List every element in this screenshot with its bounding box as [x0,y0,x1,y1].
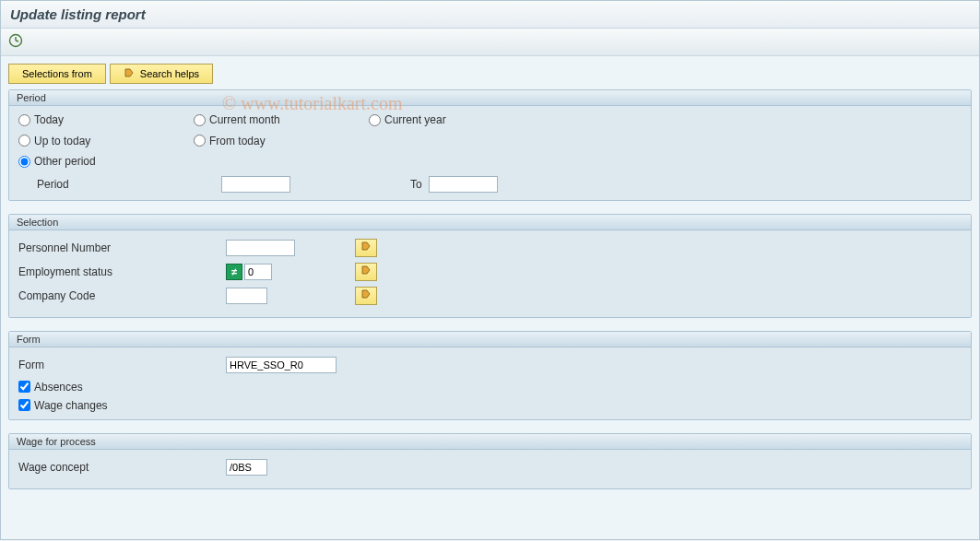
selection-group: Selection Personnel Number [8,214,972,318]
radio-current-month-input[interactable] [194,114,206,126]
selection-group-header: Selection [9,215,971,230]
radio-other-period[interactable]: Other period [18,155,96,168]
form-input[interactable] [226,357,337,373]
personnel-number-multiselect-button[interactable] [355,239,377,257]
svg-line-2 [16,41,18,41]
not-equal-icon[interactable]: ≠ [226,264,242,280]
wage-process-group: Wage for process Wage concept [8,433,972,489]
radio-from-today-input[interactable] [194,135,206,147]
arrow-right-icon [360,265,372,278]
arrow-right-icon [360,241,372,254]
company-code-multiselect-button[interactable] [355,287,377,305]
personnel-number-label: Personnel Number [18,241,226,254]
radio-from-today[interactable]: From today [194,135,266,147]
radio-today-input[interactable] [18,114,30,126]
radio-current-year-label: Current year [384,113,446,126]
radio-today-label: Today [34,113,64,126]
wage-concept-input[interactable] [226,459,267,476]
personnel-number-input[interactable] [226,240,295,256]
radio-today[interactable]: Today [18,113,64,126]
radio-up-to-today-label: Up to today [34,135,90,147]
radio-from-today-label: From today [209,135,266,147]
radio-current-year-input[interactable] [369,114,381,126]
employment-status-multiselect-button[interactable] [355,263,377,281]
radio-up-to-today[interactable]: Up to today [18,135,90,147]
wage-changes-label: Wage changes [34,399,108,412]
selections-from-button[interactable]: Selections from [8,64,106,84]
company-code-input[interactable] [226,288,267,304]
app-window: Update listing report © www.tutorialkart… [0,0,980,540]
page-title: Update listing report [10,6,146,22]
period-group-header: Period [9,90,971,106]
employment-status-input[interactable] [244,264,272,280]
period-from-input[interactable] [221,176,290,193]
wage-process-group-header: Wage for process [9,434,971,450]
search-helps-label: Search helps [140,68,199,79]
execute-icon[interactable] [8,33,23,51]
radio-current-month[interactable]: Current month [194,113,280,126]
search-helps-button[interactable]: Search helps [110,64,213,84]
wage-changes-checkbox[interactable] [18,399,30,411]
absences-checkbox[interactable] [18,381,30,393]
app-toolbar [1,29,979,56]
form-group: Form Form Absences Wage changes [8,331,972,420]
company-code-label: Company Code [18,289,226,302]
period-to-input[interactable] [429,176,498,193]
selections-from-label: Selections from [22,68,92,79]
arrow-right-icon [360,288,372,302]
content-area: Selections from Search helps Period Toda… [1,56,979,539]
arrow-right-icon [124,67,135,80]
radio-current-year[interactable]: Current year [369,113,446,126]
radio-other-period-input[interactable] [18,156,30,168]
employment-status-label: Employment status [18,265,226,278]
title-bar: Update listing report [1,1,979,29]
wage-concept-label: Wage concept [18,461,226,474]
radio-current-month-label: Current month [209,113,280,126]
period-group: Period Today Current month [8,89,972,201]
radio-other-period-label: Other period [34,155,96,168]
form-label: Form [18,359,226,371]
form-group-header: Form [9,332,971,347]
radio-up-to-today-input[interactable] [18,135,30,147]
action-button-row: Selections from Search helps [8,64,972,84]
period-from-label: Period [18,178,221,191]
period-to-label: To [290,178,429,191]
absences-label: Absences [34,381,83,394]
